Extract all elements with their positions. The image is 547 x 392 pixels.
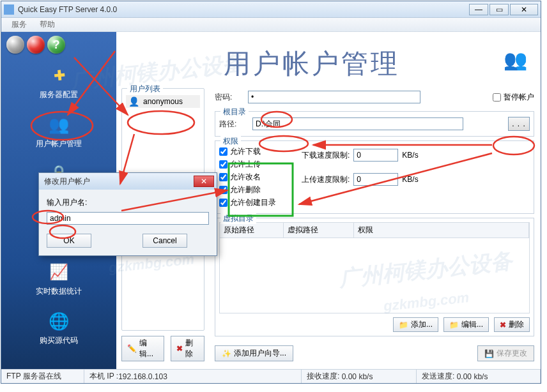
status-ip: 本机 IP :192.168.0.103 xyxy=(84,370,302,383)
ul-limit-input[interactable] xyxy=(353,173,398,186)
ul-limit-label: 上传速度限制: xyxy=(302,174,350,185)
save-button[interactable]: 保存更改 xyxy=(477,345,534,361)
dl-limit-label: 下载速度限制: xyxy=(302,150,350,161)
sidebar-item-label: 用户帐户管理 xyxy=(36,139,82,148)
password-input[interactable] xyxy=(248,91,420,103)
maximize-button[interactable]: ▭ xyxy=(489,4,509,15)
rootdir-fieldset: 根目录 路径: . . . xyxy=(215,111,534,137)
status-recv: 接收速度: 0.00 kb/s xyxy=(302,370,417,383)
dl-limit-input[interactable] xyxy=(353,149,398,162)
status-send: 发送速度: 0.00 kb/s xyxy=(417,370,541,383)
titlebar: Quick Easy FTP Server 4.0.0 — ▭ ✕ xyxy=(1,1,541,18)
sidebar-item-label: 服务器配置 xyxy=(40,90,78,99)
vdir-fieldset: 虚拟目录 原始路径 虚拟路径 权限 添加... 编辑... 删除 xyxy=(215,218,534,336)
vdir-delete-button[interactable]: 删除 xyxy=(494,317,530,332)
dialog-close-button[interactable]: ✕ xyxy=(194,176,214,187)
sidebar-item-label: 购买源代码 xyxy=(40,336,78,345)
pencil-icon xyxy=(127,344,137,353)
path-input[interactable] xyxy=(252,117,463,130)
help-button[interactable]: ? xyxy=(47,36,65,54)
sidebar-item-stats[interactable]: 实时数据统计 xyxy=(1,254,116,303)
dialog-title: 修改用户帐户 xyxy=(44,176,90,187)
browse-button[interactable]: . . . xyxy=(508,117,530,131)
close-button[interactable]: ✕ xyxy=(510,4,538,15)
delete-icon xyxy=(500,320,506,329)
dialog-username-input[interactable] xyxy=(47,212,209,225)
menu-help[interactable]: 帮助 xyxy=(33,18,61,31)
user-icon xyxy=(128,96,139,107)
minimize-button[interactable]: — xyxy=(469,4,488,15)
userlist-edit-button[interactable]: 编辑... xyxy=(121,336,164,361)
suspend-checkbox[interactable]: 暂停帐户 xyxy=(493,92,534,103)
userlist-legend: 用户列表 xyxy=(127,84,163,94)
window-title: Quick Easy FTP Server 4.0.0 xyxy=(18,5,469,14)
disk-icon xyxy=(484,349,494,358)
password-label: 密码: xyxy=(215,92,243,103)
sidebar-item-label: 实时数据统计 xyxy=(36,287,82,296)
dialog-titlebar: 修改用户帐户 ✕ xyxy=(39,173,217,190)
status-server: FTP 服务器在线 xyxy=(1,370,84,383)
menubar: 服务 帮助 xyxy=(1,18,541,32)
add-user-wizard-button[interactable]: 添加用户向导... xyxy=(215,345,293,361)
modify-user-dialog: 修改用户帐户 ✕ 输入用户名: OK Cancel xyxy=(38,172,217,256)
vdir-edit-button[interactable]: 编辑... xyxy=(443,317,489,332)
dialog-ok-button[interactable]: OK xyxy=(47,234,91,248)
wand-icon xyxy=(222,349,231,358)
permissions-fieldset: 权限 允许下载 允许上传 允许改名 允许删除 允许创建目录 xyxy=(215,140,534,214)
app-icon xyxy=(4,4,14,15)
sidebar-item-user-accounts[interactable]: 用户帐户管理 xyxy=(1,107,116,156)
permissions-legend: 权限 xyxy=(220,136,241,147)
perm-mkdir[interactable]: 允许创建目录 xyxy=(219,197,276,208)
record-stop-button[interactable] xyxy=(6,36,24,54)
record-button[interactable] xyxy=(27,36,45,54)
vdir-add-button[interactable]: 添加... xyxy=(393,317,438,332)
vdir-table-header: 原始路径 虚拟路径 权限 xyxy=(219,222,530,238)
page-users-icon xyxy=(504,49,529,74)
vdir-table-body[interactable] xyxy=(219,238,530,313)
users-icon xyxy=(47,113,70,136)
delete-icon xyxy=(176,344,183,353)
menu-service[interactable]: 服务 xyxy=(5,18,33,31)
dialog-prompt: 输入用户名: xyxy=(47,197,209,208)
rootdir-legend: 根目录 xyxy=(220,107,249,117)
vdir-legend: 虚拟目录 xyxy=(220,213,256,224)
vdir-col-origpath: 原始路径 xyxy=(220,223,284,237)
dialog-cancel-button[interactable]: Cancel xyxy=(143,234,187,248)
user-name: anonymous xyxy=(143,97,183,106)
vdir-col-vpath: 虚拟路径 xyxy=(284,223,354,237)
sidebar-item-buy-source[interactable]: 购买源代码 xyxy=(1,303,116,352)
perm-rename[interactable]: 允许改名 xyxy=(219,172,276,183)
userlist-item[interactable]: anonymous xyxy=(126,95,200,108)
perm-download[interactable]: 允许下载 xyxy=(219,146,276,157)
statusbar: FTP 服务器在线 本机 IP :192.168.0.103 接收速度: 0.0… xyxy=(1,369,541,383)
sidebar-item-server-config[interactable]: 服务器配置 xyxy=(1,57,116,107)
perm-delete[interactable]: 允许删除 xyxy=(219,185,276,195)
toolbar: ? xyxy=(1,32,116,57)
window-controls: — ▭ ✕ xyxy=(469,4,538,15)
userlist-delete-button[interactable]: 删除 xyxy=(171,336,204,361)
folder-icon xyxy=(399,320,408,329)
folder-icon xyxy=(449,320,459,329)
wrench-icon xyxy=(47,64,70,87)
globe-icon xyxy=(47,310,70,333)
page-title: 用户帐户管理 xyxy=(224,46,400,82)
perm-upload[interactable]: 允许上传 xyxy=(219,159,276,170)
stats-icon xyxy=(47,260,70,283)
path-label: 路径: xyxy=(219,119,247,130)
vdir-col-perm: 权限 xyxy=(354,223,529,237)
